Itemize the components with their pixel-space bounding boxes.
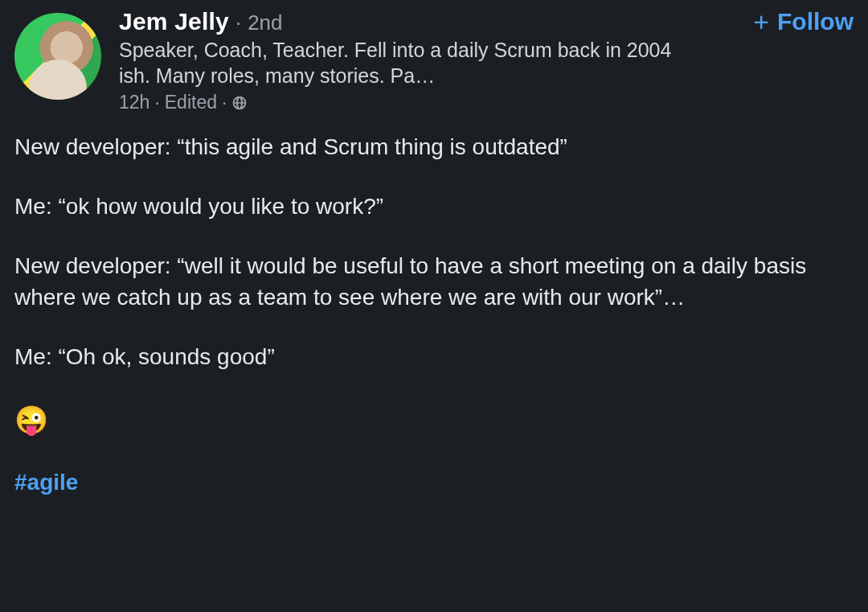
connection-degree: 2nd	[248, 10, 282, 35]
hashtag-agile[interactable]: #agile	[14, 470, 78, 495]
author-avatar[interactable]	[14, 13, 101, 100]
degree-separator: ·	[235, 10, 241, 35]
author-name[interactable]: Jem Jelly	[119, 8, 229, 35]
meta-separator-2: ·	[222, 92, 227, 113]
body-line-2: Me: “ok how would you like to work?”	[14, 191, 854, 223]
body-emoji: 😜	[14, 400, 854, 439]
body-line-3: New developer: “well it would be useful …	[14, 250, 854, 314]
post-body: New developer: “this agile and Scrum thi…	[14, 131, 854, 499]
follow-button[interactable]: + Follow	[753, 8, 854, 35]
author-name-line: Jem Jelly · 2nd	[119, 8, 682, 35]
globe-icon	[231, 95, 248, 111]
author-info: Jem Jelly · 2nd Speaker, Coach, Teacher.…	[119, 6, 682, 113]
body-line-4: Me: “Oh ok, sounds good”	[14, 341, 854, 373]
post-time: 12h	[119, 92, 149, 113]
edited-label: Edited	[165, 92, 217, 113]
post-header: Jem Jelly · 2nd Speaker, Coach, Teacher.…	[14, 6, 854, 113]
follow-label: Follow	[777, 8, 854, 35]
post-meta: 12h · Edited ·	[119, 92, 682, 113]
meta-separator-1: ·	[154, 92, 159, 113]
plus-icon: +	[753, 8, 769, 35]
post-card: Jem Jelly · 2nd Speaker, Coach, Teacher.…	[14, 6, 854, 499]
author-headline: Speaker, Coach, Teacher. Fell into a dai…	[119, 37, 682, 88]
body-line-1: New developer: “this agile and Scrum thi…	[14, 131, 854, 163]
